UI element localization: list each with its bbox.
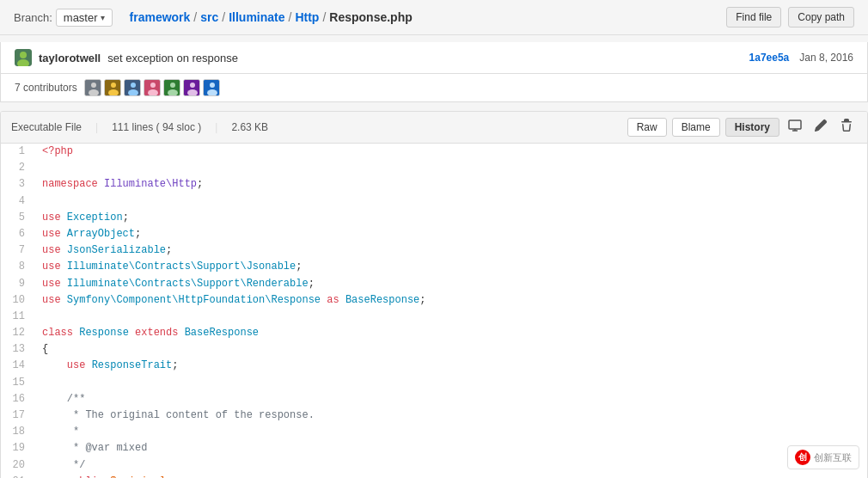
svg-point-7 — [111, 83, 116, 88]
breadcrumb-sep-4: / — [322, 10, 326, 24]
breadcrumb-src[interactable]: src — [200, 10, 218, 24]
commit-bar: taylorotwell set exception on response 1… — [0, 42, 868, 74]
table-row: 4 — [1, 193, 867, 210]
line-number: 16 — [1, 391, 35, 408]
contributor-avatar-6[interactable] — [183, 79, 200, 96]
file-actions: Raw Blame History — [627, 117, 857, 138]
line-number: 17 — [1, 408, 35, 424]
contributor-avatar-1[interactable] — [84, 79, 101, 96]
top-bar-right: Find file Copy path — [726, 7, 854, 28]
svg-point-5 — [89, 89, 99, 96]
table-row: 11 — [1, 309, 867, 325]
line-number: 13 — [1, 341, 35, 358]
file-header: Executable File | 111 lines ( 94 sloc ) … — [1, 112, 867, 144]
line-content — [35, 160, 867, 176]
commit-date: Jan 8, 2016 — [799, 52, 853, 64]
sloc-paren-close: ) — [198, 121, 201, 133]
copy-path-button[interactable]: Copy path — [788, 7, 854, 28]
display-icon[interactable] — [785, 117, 805, 138]
table-row: 17 * The original content of the respons… — [1, 408, 867, 424]
line-number: 19 — [1, 440, 35, 457]
lines-count: 111 lines — [112, 121, 153, 133]
blame-button[interactable]: Blame — [672, 118, 720, 137]
svg-point-8 — [108, 89, 119, 96]
svg-point-4 — [91, 83, 96, 88]
line-number: 8 — [1, 259, 35, 275]
commit-author[interactable]: taylorotwell — [39, 52, 101, 64]
breadcrumb-sep-2: / — [222, 10, 225, 24]
contributor-avatars — [84, 79, 220, 96]
chevron-down-icon: ▾ — [101, 13, 105, 22]
file-meta: Executable File | 111 lines ( 94 sloc ) … — [11, 121, 268, 133]
svg-point-16 — [170, 83, 175, 88]
branch-selector[interactable]: master ▾ — [56, 9, 113, 27]
table-row: 12 class Response extends BaseResponse — [1, 325, 867, 341]
contributor-avatar-5[interactable] — [163, 79, 180, 96]
line-content: use Illuminate\Contracts\Support\Jsonabl… — [35, 259, 867, 275]
page-wrapper: Branch: master ▾ framework / src / Illum… — [0, 0, 868, 478]
find-file-button[interactable]: Find file — [726, 7, 781, 28]
branch-label: Branch: — [14, 11, 52, 24]
watermark: 创 创新互联 — [787, 445, 859, 469]
svg-point-14 — [148, 89, 158, 96]
table-row: 3 namespace Illuminate\Http; — [1, 176, 867, 193]
table-row: 9 use Illuminate\Contracts\Support\Rende… — [1, 276, 867, 292]
contributor-avatar-3[interactable] — [124, 79, 141, 96]
delete-icon[interactable] — [836, 117, 857, 138]
edit-icon[interactable] — [810, 117, 831, 138]
contributor-avatar-7[interactable] — [203, 79, 220, 96]
line-number: 2 — [1, 160, 35, 176]
line-content: namespace Illuminate\Http; — [35, 176, 867, 193]
breadcrumb-sep-1: / — [193, 10, 197, 24]
contributor-avatar-4[interactable] — [144, 79, 161, 96]
table-row: 10 use Symfony\Component\HttpFoundation\… — [1, 292, 867, 309]
line-content: use ResponseTrait; — [35, 358, 867, 374]
line-content: use Symfony\Component\HttpFoundation\Res… — [35, 292, 867, 309]
commit-message: set exception on response — [107, 52, 238, 64]
svg-point-10 — [131, 83, 136, 88]
sloc-paren-open: ( — [156, 121, 160, 133]
table-row: 13 { — [1, 341, 867, 358]
line-number: 6 — [1, 226, 35, 242]
svg-point-13 — [150, 83, 156, 88]
contributor-avatar-2[interactable] — [104, 79, 121, 96]
svg-point-20 — [187, 89, 198, 96]
file-type: Executable File — [11, 121, 82, 133]
table-row: 2 — [1, 160, 867, 176]
history-button[interactable]: History — [725, 118, 779, 137]
svg-point-1 — [20, 52, 27, 58]
commit-hash[interactable]: 1a7ee5a — [749, 52, 790, 64]
table-row: 14 use ResponseTrait; — [1, 358, 867, 374]
raw-button[interactable]: Raw — [627, 118, 667, 137]
line-content: class Response extends BaseResponse — [35, 325, 867, 341]
sloc-count: 94 sloc — [162, 121, 195, 133]
contributors-label[interactable]: 7 contributors — [15, 82, 77, 94]
breadcrumb-http[interactable]: Http — [295, 10, 319, 24]
line-content: */ — [35, 457, 867, 474]
table-row: 8 use Illuminate\Contracts\Support\Jsona… — [1, 259, 867, 275]
line-content — [35, 375, 867, 391]
line-number: 5 — [1, 210, 35, 226]
svg-rect-24 — [789, 120, 801, 129]
line-content — [35, 193, 867, 210]
breadcrumb: framework / src / Illuminate / Http / Re… — [130, 10, 413, 24]
table-row: 5 use Exception; — [1, 210, 867, 226]
svg-point-19 — [190, 83, 195, 88]
commit-right: 1a7ee5a Jan 8, 2016 — [749, 52, 853, 64]
svg-point-22 — [210, 83, 215, 88]
line-number: 4 — [1, 193, 35, 210]
table-row: 20 */ — [1, 457, 867, 474]
breadcrumb-illuminate[interactable]: Illuminate — [229, 10, 284, 24]
svg-point-17 — [168, 89, 178, 96]
line-content: { — [35, 341, 867, 358]
line-content: * — [35, 424, 867, 440]
branch-info: Branch: master ▾ — [14, 9, 113, 27]
table-row: 7 use JsonSerializable; — [1, 242, 867, 259]
line-content: use Illuminate\Contracts\Support\Rendera… — [35, 276, 867, 292]
line-content: * @var mixed — [35, 440, 867, 457]
breadcrumb-sep-3: / — [289, 10, 292, 24]
line-content: * The original content of the response. — [35, 408, 867, 424]
file-meta-sep-2: | — [215, 121, 217, 133]
breadcrumb-framework[interactable]: framework — [130, 10, 191, 24]
lines-info: 111 lines ( 94 sloc ) — [112, 121, 201, 133]
